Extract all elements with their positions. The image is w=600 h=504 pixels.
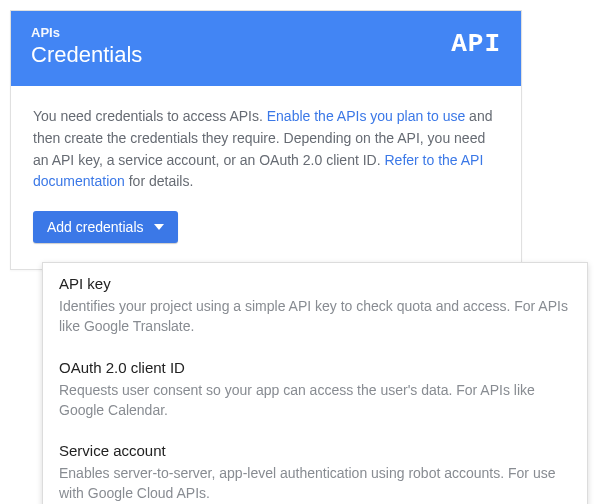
credentials-card: APIs Credentials API You need credential… <box>10 10 522 270</box>
dropdown-item-desc: Enables server-to-server, app-level auth… <box>59 463 571 504</box>
card-body: You need credentials to access APIs. Ena… <box>11 86 521 269</box>
button-row: Add credentials <box>33 211 499 243</box>
add-credentials-button[interactable]: Add credentials <box>33 211 178 243</box>
dropdown-item-desc: Identifies your project using a simple A… <box>59 296 571 337</box>
enable-apis-link[interactable]: Enable the APIs you plan to use <box>267 108 465 124</box>
intro-text: You need credentials to access APIs. Ena… <box>33 106 499 193</box>
dropdown-item-title: Service account <box>59 440 571 461</box>
caret-down-icon <box>154 224 164 230</box>
page-title: Credentials <box>31 42 142 68</box>
dropdown-item-service-account[interactable]: Service account Enables server-to-server… <box>43 432 587 504</box>
intro-segment: You need credentials to access APIs. <box>33 108 267 124</box>
dropdown-item-desc: Requests user consent so your app can ac… <box>59 380 571 421</box>
header-kicker: APIs <box>31 25 142 40</box>
dropdown-item-oauth[interactable]: OAuth 2.0 client ID Requests user consen… <box>43 349 587 433</box>
dropdown-item-title: OAuth 2.0 client ID <box>59 357 571 378</box>
header-left: APIs Credentials <box>31 25 142 68</box>
api-logo: API <box>451 31 501 57</box>
intro-segment: for details. <box>125 173 193 189</box>
dropdown-item-api-key[interactable]: API key Identifies your project using a … <box>43 263 587 349</box>
card-header: APIs Credentials API <box>11 11 521 86</box>
dropdown-item-title: API key <box>59 273 571 294</box>
add-credentials-label: Add credentials <box>47 219 144 235</box>
add-credentials-dropdown: API key Identifies your project using a … <box>42 262 588 504</box>
